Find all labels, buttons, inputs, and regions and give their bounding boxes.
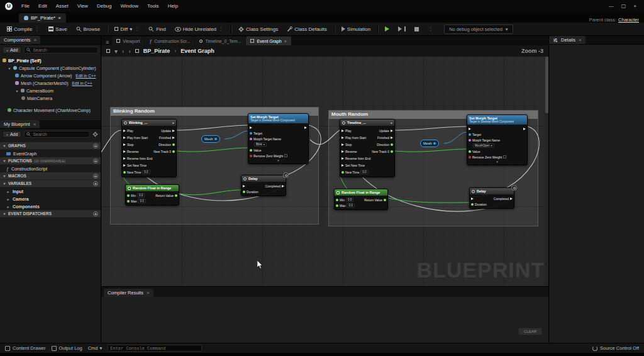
item-constructionscript[interactable]: ƒ ConstructionScript xyxy=(0,165,101,172)
menu-file[interactable]: File xyxy=(21,3,30,9)
expand-icon[interactable]: ▸ xyxy=(391,121,392,125)
value-pin[interactable] xyxy=(469,150,471,153)
exec-pin[interactable] xyxy=(172,130,175,132)
enum-pin[interactable] xyxy=(391,143,393,146)
max-value[interactable]: 0.0 xyxy=(347,203,354,208)
minimize-button[interactable]: — xyxy=(609,3,614,9)
section-macros[interactable]: ▾ MACROS + xyxy=(0,172,101,180)
menu-debug[interactable]: Debug xyxy=(97,3,112,9)
exec-pin[interactable] xyxy=(341,164,344,167)
max-value[interactable]: 0.0 xyxy=(138,199,145,204)
exec-pin[interactable] xyxy=(123,136,126,139)
exec-pin[interactable] xyxy=(341,143,344,146)
section-event-dispatchers[interactable]: ▾ EVENT DISPATCHERS + xyxy=(0,210,101,218)
name-pin[interactable] xyxy=(250,138,252,140)
settings-gear-icon[interactable] xyxy=(92,131,98,137)
diff-caret-icon[interactable]: ▾ xyxy=(130,26,132,32)
checkbox[interactable] xyxy=(284,154,287,157)
exec-pin[interactable] xyxy=(243,185,245,187)
menu-tools[interactable]: Tools xyxy=(147,3,159,9)
min-value[interactable]: 0.0 xyxy=(137,193,145,198)
float-pin[interactable] xyxy=(127,200,130,203)
menu-edit[interactable]: Edit xyxy=(38,3,47,9)
add-macro-icon[interactable]: + xyxy=(93,174,98,179)
random-float-node-mouth[interactable]: Random Float in Range Min0.0 Return Valu… xyxy=(334,189,388,210)
close-icon[interactable]: × xyxy=(579,37,582,43)
scrollbar-thumb[interactable] xyxy=(545,57,548,113)
morph-name-combobox[interactable]: MouthOpen▾ xyxy=(473,143,494,148)
add-dispatcher-icon[interactable]: + xyxy=(93,211,98,216)
class-settings-button[interactable]: Class Settings xyxy=(235,25,281,33)
exec-pin[interactable] xyxy=(523,128,526,130)
exec-pin[interactable] xyxy=(341,130,344,132)
tab-details[interactable]: Details × xyxy=(549,36,586,44)
add-component-button[interactable]: + Add xyxy=(3,47,21,53)
mesh-variable-node[interactable]: Mesh xyxy=(201,135,220,143)
close-icon[interactable]: × xyxy=(34,37,37,43)
node-expander-icon[interactable]: ▾ xyxy=(469,160,526,164)
exec-pin[interactable] xyxy=(123,143,126,146)
hide-unrelated-button[interactable]: Hide Unrelated ⋮ xyxy=(172,25,227,33)
set-morph-target-node-blinking[interactable]: Set Morph Target Target is Skeletal Mesh… xyxy=(248,113,309,164)
close-tab-icon[interactable]: × xyxy=(284,39,287,43)
my-blueprint-search[interactable] xyxy=(24,131,90,138)
float-pin[interactable] xyxy=(172,150,175,153)
caret-down-icon[interactable]: ▾ xyxy=(114,48,118,55)
tree-item-self[interactable]: BP_Pirate (Self) xyxy=(0,57,101,64)
tab-my-blueprint[interactable]: My Blueprint × xyxy=(0,120,40,128)
maximize-button[interactable]: ▢ xyxy=(621,3,626,9)
my-blueprint-search-input[interactable] xyxy=(33,132,87,136)
bool-pin[interactable] xyxy=(250,155,252,157)
bool-pin[interactable] xyxy=(469,156,471,159)
breadcrumb-current[interactable]: Event Graph xyxy=(180,48,214,54)
add-variable-icon[interactable]: + xyxy=(93,181,98,186)
menu-view[interactable]: View xyxy=(77,3,88,9)
back-icon[interactable]: ‹ xyxy=(122,48,124,55)
delay-node-blinking[interactable]: Delay Completed Duration xyxy=(241,175,286,196)
expand-icon[interactable]: ▸ xyxy=(172,121,174,125)
tab-components[interactable]: Components × xyxy=(0,36,40,44)
frame-skip-button[interactable] xyxy=(395,25,409,33)
add-blueprint-item-button[interactable]: + Add xyxy=(3,131,21,138)
timeline-node-mouth[interactable]: Timeline_... ▸ Play Play from Start Stop… xyxy=(340,119,395,177)
exec-pin[interactable] xyxy=(341,157,344,160)
diff-options-icon[interactable]: ⋮ xyxy=(134,26,140,31)
float-pin[interactable] xyxy=(391,150,393,153)
section-variables[interactable]: ▾ VARIABLES + xyxy=(0,180,101,187)
set-morph-target-node-mouth[interactable]: Set Morph Target Target is Skeletal Mesh… xyxy=(467,114,528,165)
dock-menu-icon[interactable]: ≡ xyxy=(103,39,111,45)
browse-button[interactable]: Browse xyxy=(73,25,104,33)
float-pin[interactable] xyxy=(336,199,338,201)
close-tab-icon[interactable]: × xyxy=(58,15,61,21)
compile-options-icon[interactable]: ⋮ xyxy=(34,26,40,31)
mesh-variable-node[interactable]: Mesh xyxy=(420,140,439,147)
components-search-input[interactable] xyxy=(33,48,96,52)
class-defaults-button[interactable]: Class Defaults xyxy=(284,25,330,33)
edit-in-cpp-link[interactable]: Edit in C++ xyxy=(75,74,96,78)
exec-pin[interactable] xyxy=(510,197,513,200)
duration-pin[interactable] xyxy=(243,191,245,193)
node-expander-icon[interactable]: ▾ xyxy=(250,159,307,162)
variable-group-components[interactable]: ▸ Components xyxy=(0,203,101,210)
forward-icon[interactable]: › xyxy=(128,48,130,55)
section-functions[interactable]: ▾ FUNCTIONS (20 OVERRIDABLE) + xyxy=(0,157,101,165)
event-graph-canvas[interactable]: ▾ ‹ › BP_Pirate › Event Graph Zoom -3 Bl… xyxy=(101,45,548,286)
find-button[interactable]: Find xyxy=(145,25,169,33)
exec-pin[interactable] xyxy=(391,130,393,132)
checkbox[interactable] xyxy=(503,155,506,159)
exec-pin[interactable] xyxy=(123,164,126,167)
tree-item-cameraboom[interactable]: ▾ CameraBoom xyxy=(0,87,101,94)
close-icon[interactable]: × xyxy=(33,121,36,127)
variable-group-input[interactable]: ▸ Input xyxy=(0,187,101,195)
exec-pin[interactable] xyxy=(341,150,344,153)
float-pin[interactable] xyxy=(123,171,126,174)
menu-asset[interactable]: Asset xyxy=(56,3,69,9)
exec-pin[interactable] xyxy=(250,126,252,129)
content-drawer-button[interactable]: Content Drawer xyxy=(5,345,46,351)
variable-group-camera[interactable]: ▸ Camera xyxy=(0,195,101,203)
exec-pin[interactable] xyxy=(471,197,474,200)
item-eventgraph[interactable]: EventGraph xyxy=(0,150,101,157)
float-pin[interactable] xyxy=(336,204,338,207)
console-command-input[interactable] xyxy=(110,346,199,351)
exec-pin[interactable] xyxy=(341,136,344,139)
